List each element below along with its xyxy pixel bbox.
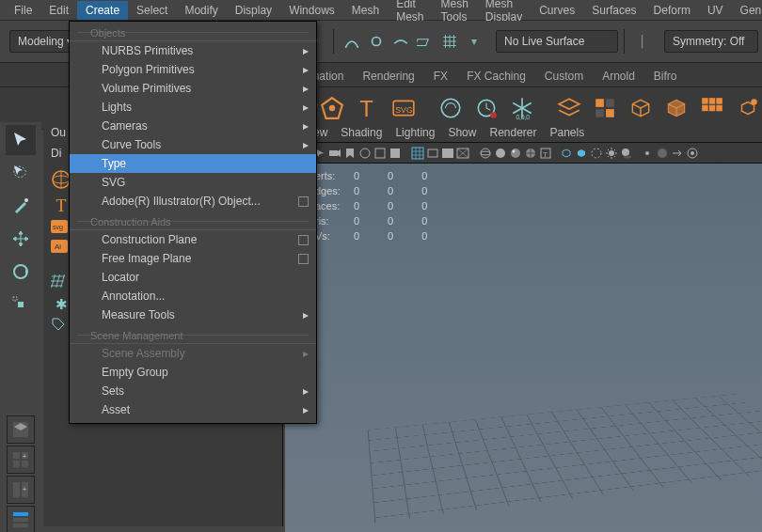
time-icon[interactable] [474, 94, 499, 122]
vp-wireframe-icon[interactable] [479, 147, 492, 160]
menu-mesh[interactable]: Mesh [343, 1, 388, 20]
menu-locator[interactable]: Locator [70, 268, 316, 287]
menu-construction-plane[interactable]: Construction Plane [70, 230, 316, 249]
symmetry-combo[interactable]: Symmetry: Off [664, 30, 758, 53]
vp-ao-icon[interactable] [656, 147, 669, 160]
vp-textured-icon[interactable]: T [539, 147, 552, 160]
vp-flat-icon[interactable] [389, 147, 402, 160]
menu-asset[interactable]: Asset▸ [70, 400, 316, 419]
menu-annotation[interactable]: Annotation... [70, 287, 316, 305]
vp-shadow-icon[interactable] [620, 147, 633, 160]
vp-dof-icon[interactable] [686, 147, 699, 160]
shelf-tab-bifrost[interactable]: Bifro [644, 65, 687, 86]
grid-a-icon[interactable] [593, 94, 617, 122]
menu-windows[interactable]: Windows [280, 1, 343, 20]
chevron-down-icon[interactable]: ▾ [466, 33, 483, 50]
vp-material-icon[interactable] [509, 147, 522, 160]
single-pane-icon[interactable] [7, 415, 35, 444]
snap-to-point-icon[interactable] [368, 33, 385, 50]
shelf-tab-custom[interactable]: Custom [535, 65, 593, 86]
vp-isolate-icon[interactable] [641, 147, 654, 160]
vp-gate-icon[interactable] [441, 147, 454, 160]
two-pane-icon[interactable]: + [7, 476, 35, 504]
menu-select[interactable]: Select [128, 1, 176, 20]
scale-tool-icon[interactable] [6, 289, 36, 320]
menu-uv[interactable]: UV [699, 1, 732, 20]
svg-icon[interactable]: SVG [391, 94, 416, 122]
vp-smooth-icon[interactable] [494, 147, 507, 160]
menu-gen[interactable]: Gen [732, 1, 762, 20]
menu-scene-assembly[interactable]: Scene Assembly▸ [70, 344, 316, 363]
layer-icon[interactable] [557, 94, 581, 122]
freeze-icon[interactable]: 0,0,0 [510, 94, 534, 122]
snap-to-surface-icon[interactable] [392, 33, 409, 50]
menu-curve-tools[interactable]: Curve Tools▸ [70, 135, 316, 154]
menu-surfaces[interactable]: Surfaces [583, 1, 644, 20]
sculpt-icon[interactable] [438, 94, 463, 122]
menu-cameras[interactable]: Cameras▸ [70, 117, 316, 135]
menu-curves[interactable]: Curves [531, 1, 583, 20]
menu-adobe-illustrator-object[interactable]: Adobe(R) Illustrator(R) Object... [70, 192, 316, 211]
snap-to-curve-icon[interactable] [343, 33, 360, 50]
create-poly-icon[interactable] [320, 94, 344, 122]
vp-ipr-icon[interactable] [373, 147, 387, 160]
menu-edit[interactable]: Edit [40, 1, 77, 20]
menu-measure-tools[interactable]: Measure Tools▸ [70, 305, 316, 324]
vp-menu-renderer[interactable]: Renderer [489, 126, 536, 139]
snap-to-plane-icon[interactable] [417, 33, 434, 50]
vp-xray-icon[interactable] [590, 147, 603, 160]
vp-res-icon[interactable] [456, 147, 469, 160]
menu-empty-group[interactable]: Empty Group [70, 363, 316, 382]
text-type-icon[interactable]: T [356, 94, 380, 122]
menu-volume-primitives[interactable]: Volume Primitives▸ [70, 79, 316, 98]
menu-create[interactable]: Create [77, 1, 128, 20]
stacked-pane-icon[interactable] [7, 506, 35, 532]
vp-wireonshaded-icon[interactable] [524, 147, 537, 160]
live-surface-combo[interactable]: No Live Surface [496, 30, 618, 53]
vp-menu-shading[interactable]: Shading [341, 126, 382, 139]
menu-type[interactable]: Type [70, 154, 316, 173]
menu-polygon-primitives[interactable]: Polygon Primitives▸ [70, 60, 316, 79]
menu-svg[interactable]: SVG [70, 173, 316, 192]
svg-point-56 [513, 149, 516, 152]
vp-motion-icon[interactable] [671, 147, 684, 160]
vp-menu-panels[interactable]: Panels [550, 126, 585, 139]
viewport[interactable]: ew Shading Lighting Show Renderer Panels… [285, 122, 762, 532]
snap-to-grid-icon[interactable] [441, 33, 458, 50]
vp-grid-icon[interactable] [411, 147, 424, 160]
menu-display[interactable]: Display [227, 1, 280, 20]
menu-modify[interactable]: Modify [176, 1, 226, 20]
menu-deform[interactable]: Deform [645, 1, 699, 20]
vp-camera-icon[interactable] [328, 147, 341, 160]
lasso-tool-icon[interactable] [6, 158, 36, 188]
paint-select-icon[interactable] [6, 191, 36, 221]
vp-menu-show[interactable]: Show [448, 126, 476, 139]
rotate-tool-icon[interactable] [6, 257, 36, 287]
cube-c-icon[interactable] [736, 94, 760, 122]
select-tool-icon[interactable] [6, 125, 36, 155]
vp-menu-lighting[interactable]: Lighting [395, 126, 435, 139]
menu-free-image-plane[interactable]: Free Image Plane [70, 249, 316, 268]
menu-nurbs-primitives[interactable]: NURBS Primitives▸ [70, 41, 316, 60]
vp-bookmark-icon[interactable] [343, 147, 357, 160]
menu-lights[interactable]: Lights▸ [70, 98, 316, 117]
svg-point-65 [658, 149, 667, 158]
vp-render-icon[interactable] [358, 147, 372, 160]
shelf-tab-arnold[interactable]: Arnold [593, 65, 644, 86]
grid-b-icon[interactable] [700, 94, 724, 122]
menu-sets[interactable]: Sets▸ [70, 382, 316, 400]
shelf-tab-fxcaching[interactable]: FX Caching [457, 65, 535, 86]
cube-a-icon[interactable] [628, 94, 653, 122]
menu-file[interactable]: File [6, 1, 40, 20]
svg-point-0 [373, 38, 381, 46]
four-pane-icon[interactable]: + [7, 446, 35, 474]
vp-light-icon[interactable] [605, 147, 618, 160]
shelf-tab-rendering[interactable]: Rendering [353, 65, 423, 86]
shelf-tab-fx[interactable]: FX [424, 65, 457, 86]
cube-b-icon[interactable] [664, 94, 689, 122]
vp-iso-blue-icon[interactable] [560, 147, 573, 160]
svg-rect-13 [595, 109, 604, 117]
vp-iso-solid-icon[interactable] [575, 147, 588, 160]
vp-film-icon[interactable] [426, 147, 439, 160]
move-tool-icon[interactable] [6, 224, 36, 254]
